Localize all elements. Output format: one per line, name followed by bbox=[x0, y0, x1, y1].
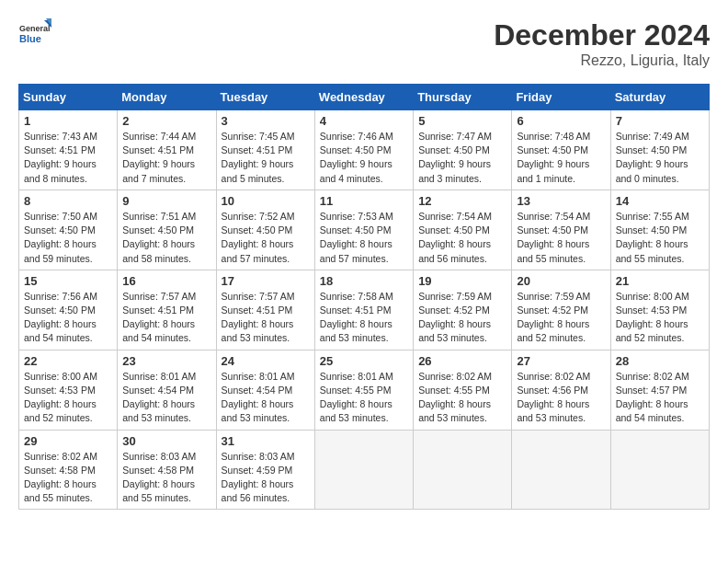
day-info: Sunrise: 7:59 AM Sunset: 4:52 PM Dayligh… bbox=[418, 290, 506, 346]
day-info: Sunrise: 7:52 AM Sunset: 4:50 PM Dayligh… bbox=[222, 210, 310, 266]
day-number: 31 bbox=[222, 434, 310, 448]
day-number: 1 bbox=[24, 114, 112, 128]
day-cell: 15 Sunrise: 7:56 AM Sunset: 4:50 PM Dayl… bbox=[19, 270, 118, 350]
day-number: 5 bbox=[418, 114, 506, 128]
day-cell: 16 Sunrise: 7:57 AM Sunset: 4:51 PM Dayl… bbox=[118, 270, 216, 350]
day-cell: 19 Sunrise: 7:59 AM Sunset: 4:52 PM Dayl… bbox=[414, 270, 512, 350]
day-cell bbox=[414, 430, 512, 510]
day-number: 3 bbox=[222, 114, 310, 128]
day-cell: 22 Sunrise: 8:00 AM Sunset: 4:53 PM Dayl… bbox=[19, 350, 118, 430]
day-cell: 1 Sunrise: 7:43 AM Sunset: 4:51 PM Dayli… bbox=[19, 110, 118, 190]
day-number: 19 bbox=[418, 274, 506, 288]
day-info: Sunrise: 7:46 AM Sunset: 4:50 PM Dayligh… bbox=[320, 130, 408, 186]
day-info: Sunrise: 8:00 AM Sunset: 4:53 PM Dayligh… bbox=[616, 290, 704, 346]
day-cell: 21 Sunrise: 8:00 AM Sunset: 4:53 PM Dayl… bbox=[610, 270, 709, 350]
svg-text:General: General bbox=[19, 24, 51, 33]
column-header-tuesday: Tuesday bbox=[216, 85, 314, 110]
day-info: Sunrise: 7:58 AM Sunset: 4:51 PM Dayligh… bbox=[320, 290, 408, 346]
day-number: 12 bbox=[418, 194, 506, 208]
week-row-4: 22 Sunrise: 8:00 AM Sunset: 4:53 PM Dayl… bbox=[19, 350, 710, 430]
month-title: December 2024 bbox=[494, 18, 710, 52]
day-cell: 4 Sunrise: 7:46 AM Sunset: 4:50 PM Dayli… bbox=[314, 110, 413, 190]
day-cell: 25 Sunrise: 8:01 AM Sunset: 4:55 PM Dayl… bbox=[314, 350, 413, 430]
day-info: Sunrise: 7:44 AM Sunset: 4:51 PM Dayligh… bbox=[122, 130, 210, 186]
day-cell: 7 Sunrise: 7:49 AM Sunset: 4:50 PM Dayli… bbox=[610, 110, 709, 190]
day-cell: 3 Sunrise: 7:45 AM Sunset: 4:51 PM Dayli… bbox=[216, 110, 314, 190]
day-cell: 26 Sunrise: 8:02 AM Sunset: 4:55 PM Dayl… bbox=[414, 350, 512, 430]
day-number: 28 bbox=[616, 354, 704, 368]
day-number: 22 bbox=[24, 354, 112, 368]
day-info: Sunrise: 7:56 AM Sunset: 4:50 PM Dayligh… bbox=[24, 290, 112, 346]
page-header: General Blue December 2024 Rezzo, Liguri… bbox=[18, 18, 710, 69]
day-info: Sunrise: 7:54 AM Sunset: 4:50 PM Dayligh… bbox=[517, 210, 605, 266]
day-number: 24 bbox=[222, 354, 310, 368]
day-info: Sunrise: 8:01 AM Sunset: 4:55 PM Dayligh… bbox=[320, 370, 408, 426]
day-number: 18 bbox=[320, 274, 408, 288]
day-cell: 23 Sunrise: 8:01 AM Sunset: 4:54 PM Dayl… bbox=[118, 350, 216, 430]
day-info: Sunrise: 8:01 AM Sunset: 4:54 PM Dayligh… bbox=[222, 370, 310, 426]
day-cell: 10 Sunrise: 7:52 AM Sunset: 4:50 PM Dayl… bbox=[216, 190, 314, 270]
day-number: 8 bbox=[24, 194, 112, 208]
day-cell: 24 Sunrise: 8:01 AM Sunset: 4:54 PM Dayl… bbox=[216, 350, 314, 430]
day-cell bbox=[610, 430, 709, 510]
day-info: Sunrise: 7:53 AM Sunset: 4:50 PM Dayligh… bbox=[320, 210, 408, 266]
day-cell: 2 Sunrise: 7:44 AM Sunset: 4:51 PM Dayli… bbox=[118, 110, 216, 190]
day-cell: 31 Sunrise: 8:03 AM Sunset: 4:59 PM Dayl… bbox=[216, 430, 314, 510]
day-cell: 18 Sunrise: 7:58 AM Sunset: 4:51 PM Dayl… bbox=[314, 270, 413, 350]
column-header-thursday: Thursday bbox=[414, 85, 512, 110]
day-cell: 30 Sunrise: 8:03 AM Sunset: 4:58 PM Dayl… bbox=[118, 430, 216, 510]
day-info: Sunrise: 7:48 AM Sunset: 4:50 PM Dayligh… bbox=[517, 130, 605, 186]
day-info: Sunrise: 8:02 AM Sunset: 4:57 PM Dayligh… bbox=[616, 370, 704, 426]
day-info: Sunrise: 7:51 AM Sunset: 4:50 PM Dayligh… bbox=[122, 210, 210, 266]
calendar-table: SundayMondayTuesdayWednesdayThursdayFrid… bbox=[18, 84, 710, 510]
day-info: Sunrise: 8:00 AM Sunset: 4:53 PM Dayligh… bbox=[24, 370, 112, 426]
day-cell: 9 Sunrise: 7:51 AM Sunset: 4:50 PM Dayli… bbox=[118, 190, 216, 270]
day-info: Sunrise: 7:45 AM Sunset: 4:51 PM Dayligh… bbox=[222, 130, 310, 186]
day-info: Sunrise: 7:57 AM Sunset: 4:51 PM Dayligh… bbox=[222, 290, 310, 346]
column-header-sunday: Sunday bbox=[19, 85, 118, 110]
day-info: Sunrise: 7:49 AM Sunset: 4:50 PM Dayligh… bbox=[616, 130, 704, 186]
day-cell: 14 Sunrise: 7:55 AM Sunset: 4:50 PM Dayl… bbox=[610, 190, 709, 270]
day-number: 30 bbox=[122, 434, 210, 448]
column-header-saturday: Saturday bbox=[610, 85, 709, 110]
day-info: Sunrise: 8:03 AM Sunset: 4:58 PM Dayligh… bbox=[122, 450, 210, 506]
day-info: Sunrise: 8:01 AM Sunset: 4:54 PM Dayligh… bbox=[122, 370, 210, 426]
day-cell: 29 Sunrise: 8:02 AM Sunset: 4:58 PM Dayl… bbox=[19, 430, 118, 510]
column-header-friday: Friday bbox=[512, 85, 610, 110]
day-cell: 8 Sunrise: 7:50 AM Sunset: 4:50 PM Dayli… bbox=[19, 190, 118, 270]
day-info: Sunrise: 7:47 AM Sunset: 4:50 PM Dayligh… bbox=[418, 130, 506, 186]
day-number: 9 bbox=[122, 194, 210, 208]
week-row-5: 29 Sunrise: 8:02 AM Sunset: 4:58 PM Dayl… bbox=[19, 430, 710, 510]
week-row-3: 15 Sunrise: 7:56 AM Sunset: 4:50 PM Dayl… bbox=[19, 270, 710, 350]
day-number: 11 bbox=[320, 194, 408, 208]
day-cell: 6 Sunrise: 7:48 AM Sunset: 4:50 PM Dayli… bbox=[512, 110, 610, 190]
day-number: 20 bbox=[517, 274, 605, 288]
location: Rezzo, Liguria, Italy bbox=[494, 52, 710, 69]
day-cell: 11 Sunrise: 7:53 AM Sunset: 4:50 PM Dayl… bbox=[314, 190, 413, 270]
day-info: Sunrise: 7:57 AM Sunset: 4:51 PM Dayligh… bbox=[122, 290, 210, 346]
day-info: Sunrise: 7:59 AM Sunset: 4:52 PM Dayligh… bbox=[517, 290, 605, 346]
svg-text:Blue: Blue bbox=[19, 33, 41, 44]
day-number: 13 bbox=[517, 194, 605, 208]
day-number: 26 bbox=[418, 354, 506, 368]
day-number: 27 bbox=[517, 354, 605, 368]
day-cell: 27 Sunrise: 8:02 AM Sunset: 4:56 PM Dayl… bbox=[512, 350, 610, 430]
day-cell: 28 Sunrise: 8:02 AM Sunset: 4:57 PM Dayl… bbox=[610, 350, 709, 430]
day-info: Sunrise: 7:50 AM Sunset: 4:50 PM Dayligh… bbox=[24, 210, 112, 266]
week-row-1: 1 Sunrise: 7:43 AM Sunset: 4:51 PM Dayli… bbox=[19, 110, 710, 190]
header-row: SundayMondayTuesdayWednesdayThursdayFrid… bbox=[19, 85, 710, 110]
day-cell: 13 Sunrise: 7:54 AM Sunset: 4:50 PM Dayl… bbox=[512, 190, 610, 270]
day-info: Sunrise: 8:02 AM Sunset: 4:56 PM Dayligh… bbox=[517, 370, 605, 426]
day-cell: 5 Sunrise: 7:47 AM Sunset: 4:50 PM Dayli… bbox=[414, 110, 512, 190]
day-number: 14 bbox=[616, 194, 704, 208]
day-number: 2 bbox=[122, 114, 210, 128]
day-number: 25 bbox=[320, 354, 408, 368]
title-block: December 2024 Rezzo, Liguria, Italy bbox=[494, 18, 710, 69]
day-info: Sunrise: 7:54 AM Sunset: 4:50 PM Dayligh… bbox=[418, 210, 506, 266]
logo-svg: General Blue bbox=[18, 18, 51, 52]
day-number: 23 bbox=[122, 354, 210, 368]
day-number: 15 bbox=[24, 274, 112, 288]
day-number: 10 bbox=[222, 194, 310, 208]
day-number: 7 bbox=[616, 114, 704, 128]
day-cell bbox=[314, 430, 413, 510]
